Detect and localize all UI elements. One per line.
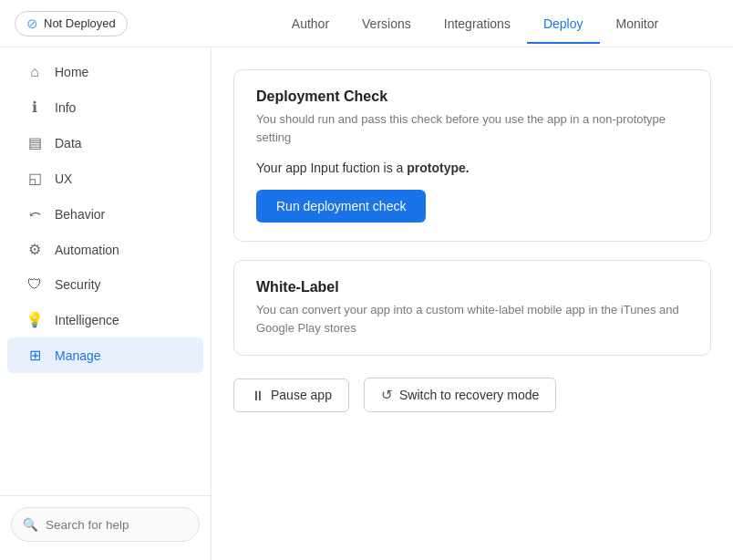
deployment-check-title: Deployment Check [256, 88, 688, 105]
sidebar-item-behavior[interactable]: ⤺ Behavior [7, 196, 203, 232]
info-icon: ℹ [26, 99, 44, 116]
sidebar-item-data[interactable]: ▤ Data [7, 125, 203, 161]
sidebar-item-ux[interactable]: ◱ UX [7, 161, 203, 196]
sidebar-item-manage-label: Manage [55, 348, 101, 363]
intelligence-icon: 💡 [26, 311, 44, 328]
not-deployed-label: Not Deployed [44, 16, 116, 30]
sidebar-bottom: 🔍 Search for help [0, 495, 211, 553]
recovery-icon: ↺ [381, 387, 393, 403]
sidebar-item-manage[interactable]: ⊞ Manage [7, 337, 203, 373]
search-help-box[interactable]: 🔍 Search for help [11, 507, 200, 542]
sidebar-item-data-label: Data [55, 136, 82, 150]
tab-versions[interactable]: Versions [346, 4, 428, 44]
sidebar-item-security[interactable]: 🛡 Security [7, 267, 203, 302]
white-label-card: White-Label You can convert your app int… [233, 260, 711, 356]
manage-icon: ⊞ [26, 347, 44, 364]
sidebar-item-intelligence-label: Intelligence [55, 313, 119, 327]
data-icon: ▤ [26, 134, 44, 151]
tab-deploy[interactable]: Deploy [527, 4, 600, 44]
white-label-title: White-Label [256, 279, 688, 296]
switch-recovery-button[interactable]: ↺ Switch to recovery mode [364, 378, 556, 412]
tab-author[interactable]: Author [275, 4, 346, 44]
search-icon: 🔍 [23, 517, 38, 532]
main-layout: ⌂ Home ℹ Info ▤ Data ◱ UX ⤺ Behavior ⚙ A… [0, 47, 733, 560]
search-help-label: Search for help [46, 518, 129, 532]
sidebar-item-info-label: Info [55, 100, 76, 115]
ux-icon: ◱ [26, 170, 44, 187]
white-label-desc: You can convert your app into a custom w… [256, 301, 688, 337]
sidebar-item-security-label: Security [55, 277, 101, 292]
sidebar-item-behavior-label: Behavior [55, 207, 105, 222]
deployment-check-card: Deployment Check You should run and pass… [233, 69, 711, 242]
tab-integrations[interactable]: Integrations [428, 4, 527, 44]
sidebar-item-home[interactable]: ⌂ Home [7, 55, 203, 89]
pause-app-label: Pause app [271, 388, 332, 402]
run-deployment-check-button[interactable]: Run deployment check [256, 190, 426, 223]
sidebar: ⌂ Home ℹ Info ▤ Data ◱ UX ⤺ Behavior ⚙ A… [0, 47, 212, 560]
pause-app-button[interactable]: ⏸ Pause app [233, 379, 349, 412]
sidebar-item-intelligence[interactable]: 💡 Intelligence [7, 302, 203, 337]
behavior-icon: ⤺ [26, 205, 44, 223]
top-nav: Author Versions Integrations Deploy Moni… [232, 4, 718, 44]
cloud-icon: ⊘ [26, 16, 38, 32]
security-icon: 🛡 [26, 276, 44, 293]
recovery-label: Switch to recovery mode [399, 388, 539, 402]
sidebar-item-info[interactable]: ℹ Info [7, 89, 203, 125]
tab-monitor[interactable]: Monitor [600, 4, 676, 44]
body-text-bold: prototype. [407, 161, 469, 175]
main-content: Deployment Check You should run and pass… [212, 47, 733, 560]
sidebar-item-home-label: Home [55, 65, 88, 79]
sidebar-item-automation-label: Automation [55, 243, 119, 257]
home-icon: ⌂ [26, 64, 44, 80]
top-bar: ⊘ Not Deployed Author Versions Integrati… [0, 0, 733, 47]
not-deployed-badge[interactable]: ⊘ Not Deployed [15, 11, 128, 36]
body-text-pre: Your app Input fuction is a [256, 161, 407, 175]
pause-icon: ⏸ [251, 388, 264, 403]
sidebar-item-ux-label: UX [55, 171, 72, 186]
top-bar-left: ⊘ Not Deployed [15, 11, 224, 36]
action-row: ⏸ Pause app ↺ Switch to recovery mode [233, 374, 711, 412]
deployment-check-body: Your app Input fuction is a prototype. [256, 161, 688, 175]
deployment-check-desc: You should run and pass this check befor… [256, 110, 688, 146]
automation-icon: ⚙ [26, 241, 44, 258]
sidebar-item-automation[interactable]: ⚙ Automation [7, 232, 203, 267]
